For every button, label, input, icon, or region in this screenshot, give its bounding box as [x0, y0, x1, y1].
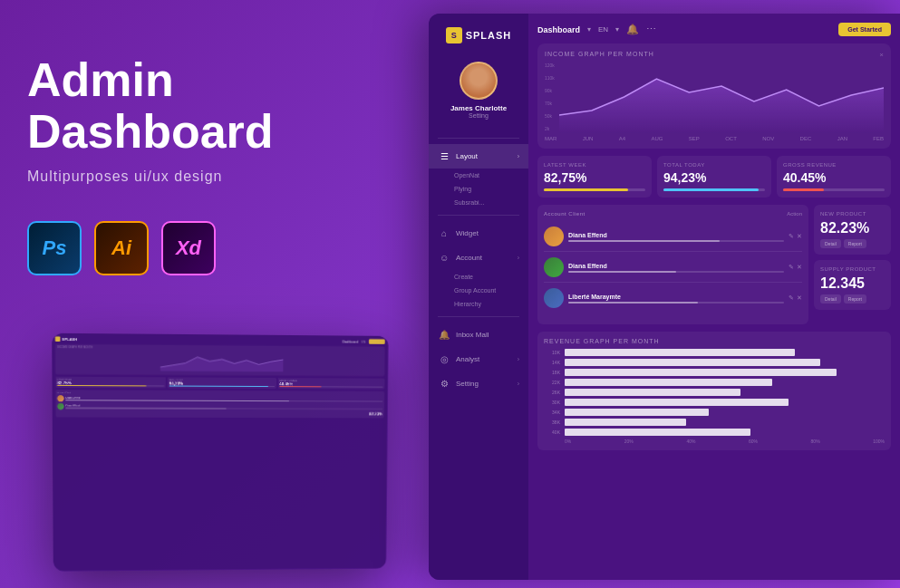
revenue-row-8: 40K	[544, 429, 885, 436]
sidebar-sub-hierarchy[interactable]: Hierarchy	[429, 297, 528, 311]
new-product-detail-btn[interactable]: Detail	[820, 239, 841, 248]
tool-icons-container: Ps Ai Xd	[27, 221, 408, 275]
logo-text: SPLASH	[466, 30, 512, 41]
rev-label-1: 14K	[544, 360, 560, 365]
supply-product-value: 12.345	[820, 275, 885, 292]
user-name: James Charlotte	[450, 104, 507, 112]
sidebar-item-analyst[interactable]: ◎ Analyst ›	[429, 347, 528, 371]
sidebar-logo: S SPLASH	[437, 27, 521, 43]
edit-icon-1[interactable]: ✎	[789, 233, 794, 240]
account-row-1: Diana Effend ✎ ✕	[544, 227, 802, 252]
revenue-row-7: 38K	[544, 419, 885, 426]
delete-icon-2[interactable]: ✕	[797, 264, 802, 271]
setting-icon: ⚙	[438, 379, 450, 389]
rev-bar-fill-0	[565, 349, 795, 356]
account-info-3: Liberté Maraymte	[568, 294, 784, 304]
chart-close-icon[interactable]: ×	[879, 51, 884, 59]
topbar-dots-icon[interactable]: ⋯	[646, 24, 656, 35]
supply-product-detail-btn[interactable]: Detail	[820, 294, 841, 304]
small-dashboard-preview: SPLASH Dashboard EN INCOME GRAPH PER MON…	[52, 333, 389, 572]
sidebar-item-setting[interactable]: ⚙ Setting ›	[429, 371, 528, 396]
topbar-notification-icon[interactable]: 🔔	[626, 24, 639, 35]
rev-x-0: 0%	[565, 439, 571, 444]
nav-arrow-setting: ›	[518, 381, 519, 387]
accounts-card: Account Client Action Diana Effend ✎ ✕	[537, 205, 808, 324]
nav-arrow-account: ›	[518, 255, 519, 261]
rev-label-4: 26K	[544, 390, 560, 395]
stat-card-gross-revenue: GROSS REVENUE 40.45%	[777, 156, 891, 198]
y-label-50k: 50k	[545, 113, 555, 119]
revenue-row-3: 22K	[544, 379, 885, 386]
action-header: Action	[787, 211, 802, 222]
topbar-lang: EN	[598, 25, 608, 34]
account-row-2: Diana Effend ✎ ✕	[544, 257, 802, 283]
stat-label-gross: GROSS REVENUE	[783, 162, 885, 168]
sidebar-sub-group[interactable]: Group Account	[429, 284, 528, 297]
supply-product-report-btn[interactable]: Report	[844, 294, 866, 304]
revenue-x-labels: 0% 20% 40% 60% 80% 100%	[565, 439, 885, 444]
y-label-120k: 120k	[545, 63, 555, 68]
topbar: Dashboard ▾ EN ▾ 🔔 ⋯ Get Started	[537, 23, 891, 36]
rev-x-60: 60%	[749, 439, 758, 444]
sidebar-sub-plying[interactable]: Plying	[429, 182, 528, 196]
rev-bar-container-8	[565, 429, 885, 436]
sidebar-item-layout[interactable]: ☰ Layout ›	[429, 144, 528, 169]
new-product-report-btn[interactable]: Report	[844, 239, 866, 248]
nav-label-setting: Setting	[456, 380, 512, 388]
revenue-row-4: 26K	[544, 389, 885, 396]
delete-icon-1[interactable]: ✕	[797, 233, 802, 240]
revenue-card: REVENUE GRAPH PER MONTH 10K 14K 18K	[537, 332, 891, 450]
nav-label-layout: Layout	[456, 152, 512, 160]
sidebar-item-account[interactable]: ☺ Account ›	[429, 246, 528, 270]
edit-icon-2[interactable]: ✎	[789, 264, 794, 271]
nav-divider-2	[438, 215, 519, 216]
account-actions-3: ✎ ✕	[789, 294, 802, 302]
avatar	[460, 62, 498, 100]
bottom-row: Account Client Action Diana Effend ✎ ✕	[537, 205, 891, 324]
rev-label-2: 18K	[544, 370, 560, 375]
nav-arrow-layout: ›	[518, 153, 519, 159]
get-started-button[interactable]: Get Started	[838, 23, 891, 36]
rev-bar-fill-3	[565, 379, 772, 386]
stat-card-total-today: TOTAL TODAY 94,23%	[657, 156, 771, 198]
stat-bar-fill-latest	[544, 188, 628, 191]
chart-x-labels: MAR JUN A4 AUG SEP OCT NOV DEC JAN FEB	[545, 136, 884, 141]
stat-bar-gross	[783, 188, 885, 191]
new-product-title: NEW PRODUCT	[820, 211, 885, 217]
nav-label-widget: Widget	[456, 229, 519, 237]
y-label-110k: 110k	[545, 75, 555, 81]
rev-bar-container-6	[565, 409, 885, 416]
stat-value-total: 94,23%	[663, 170, 765, 185]
y-label-70k: 70k	[545, 101, 555, 106]
revenue-row-5: 30K	[544, 399, 885, 406]
rev-bar-container-4	[565, 389, 885, 396]
account-name-3: Liberté Maraymte	[568, 294, 784, 300]
rev-bar-fill-1	[565, 359, 820, 366]
account-bar-fill-2	[568, 271, 676, 273]
nav-label-inbox: Inbox Mall	[456, 331, 519, 339]
account-bar-1	[568, 240, 784, 242]
stats-row: LATEST WEEK 82,75% TOTAL TODAY 94,23% GR…	[537, 156, 891, 198]
rev-bar-container-0	[565, 349, 885, 356]
sidebar-item-inbox[interactable]: 🔔 Inbox Mall	[429, 323, 528, 347]
accounts-title: Account Client	[544, 211, 585, 217]
delete-icon-3[interactable]: ✕	[797, 294, 802, 302]
rev-label-6: 34K	[544, 410, 560, 415]
sidebar-sub-opennat[interactable]: OpenNat	[429, 169, 528, 182]
stat-value-gross: 40.45%	[783, 170, 885, 185]
sidebar-sub-subsrabi[interactable]: Subsrabi...	[429, 196, 528, 209]
rev-bar-fill-7	[565, 419, 686, 426]
rev-label-0: 10K	[544, 350, 560, 355]
nav-divider-3	[438, 316, 519, 317]
side-cards: NEW PRODUCT 82.23% Detail Report SUPPLY …	[814, 205, 891, 324]
rev-bar-container-1	[565, 359, 885, 366]
revenue-bars: 10K 14K 18K	[544, 349, 885, 436]
promo-panel: Admin Dashboard Multipurposes ui/ux desi…	[27, 54, 408, 275]
edit-icon-3[interactable]: ✎	[789, 294, 794, 302]
sidebar-sub-create[interactable]: Create	[429, 270, 528, 284]
account-icon: ☺	[438, 253, 450, 263]
sidebar-item-widget[interactable]: ⌂ Widget	[429, 221, 528, 246]
revenue-chart-title: REVENUE GRAPH PER MONTH	[544, 338, 885, 344]
rev-bar-fill-6	[565, 409, 709, 416]
account-name-2: Diana Effend	[568, 263, 784, 269]
